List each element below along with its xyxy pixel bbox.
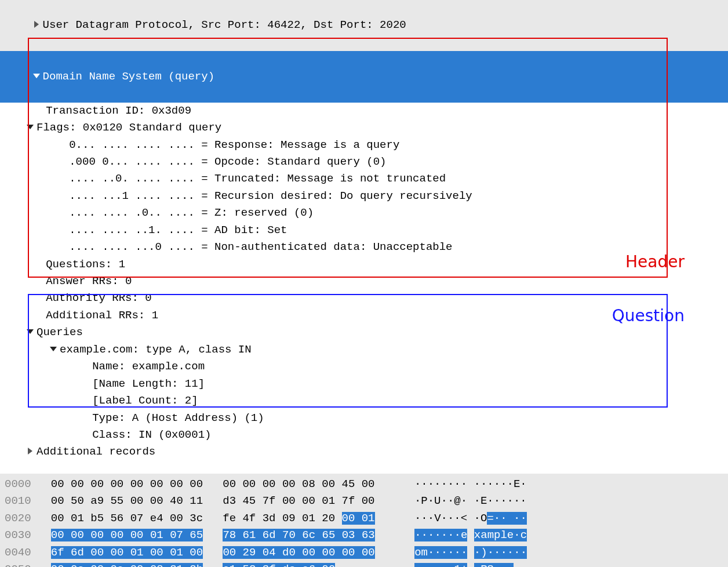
dns-txn-id[interactable]: Transaction ID: 0x3d09 [0, 103, 728, 119]
flag-recursion[interactable]: .... ...1 .... .... = Recursion desired:… [0, 188, 728, 205]
chevron-down-icon[interactable] [26, 328, 34, 336]
annotation-label-question: Question [612, 303, 685, 328]
dns-questions[interactable]: Questions: 1 [0, 256, 728, 273]
query-summary-row[interactable]: example.com: type A, class IN [0, 341, 728, 358]
dns-flags-row[interactable]: Flags: 0x0120 Standard query [0, 119, 728, 136]
flag-truncated[interactable]: .... ..0. .... .... = Truncated: Message… [0, 170, 728, 187]
query-name[interactable]: Name: example.com [0, 358, 728, 375]
proto-dns-row[interactable]: Domain Name System (query) [0, 51, 728, 102]
packet-detail-tree[interactable]: User Datagram Protocol, Src Port: 46422,… [0, 0, 728, 466]
flag-opcode[interactable]: .000 0... .... .... = Opcode: Standard q… [0, 154, 728, 170]
chevron-down-icon[interactable] [49, 345, 57, 353]
hex-row[interactable]: 0030 00 00 00 00 00 01 07 65 78 61 6d 70… [0, 527, 728, 544]
chevron-down-icon[interactable] [32, 72, 41, 80]
query-name-length[interactable]: [Name Length: 11] [0, 376, 728, 392]
query-type[interactable]: Type: A (Host Address) (1) [0, 410, 728, 427]
chevron-right-icon[interactable] [26, 447, 34, 455]
hex-row[interactable]: 0000 00 00 00 00 00 00 00 00 00 00 00 00… [0, 476, 728, 493]
hex-dump-pane[interactable]: 0000 00 00 00 00 00 00 00 00 00 00 00 00… [0, 474, 728, 567]
annotation-label-header: Header [625, 249, 685, 274]
proto-dns-text: Domain Name System (query) [43, 70, 214, 83]
chevron-right-icon[interactable] [32, 20, 41, 28]
hex-row[interactable]: 0010 00 50 a9 55 00 00 40 11 d3 45 7f 00… [0, 493, 728, 510]
query-label-count[interactable]: [Label Count: 2] [0, 392, 728, 409]
flag-response[interactable]: 0... .... .... .... = Response: Message … [0, 137, 728, 154]
hex-row[interactable]: 0020 00 01 b5 56 07 e4 00 3c fe 4f 3d 09… [0, 510, 728, 527]
flag-ad[interactable]: .... .... ..1. .... = AD bit: Set [0, 222, 728, 239]
proto-udp-text: User Datagram Protocol, Src Port: 46422,… [43, 19, 406, 31]
hex-row[interactable]: 0040 6f 6d 00 00 01 00 01 00 00 29 04 d0… [0, 544, 728, 561]
dns-answer-rrs[interactable]: Answer RRs: 0 [0, 273, 728, 290]
additional-records-row[interactable]: Additional records [0, 444, 728, 460]
proto-udp-row[interactable]: User Datagram Protocol, Src Port: 46422,… [0, 0, 728, 51]
hex-row[interactable]: 0050 00 0c 00 0a 00 08 31 2b a1 52 3f dc… [0, 561, 728, 567]
query-class[interactable]: Class: IN (0x0001) [0, 427, 728, 444]
flag-z[interactable]: .... .... .0.. .... = Z: reserved (0) [0, 205, 728, 221]
chevron-down-icon[interactable] [26, 123, 34, 131]
flag-nonauth[interactable]: .... .... ...0 .... = Non-authenticated … [0, 239, 728, 256]
